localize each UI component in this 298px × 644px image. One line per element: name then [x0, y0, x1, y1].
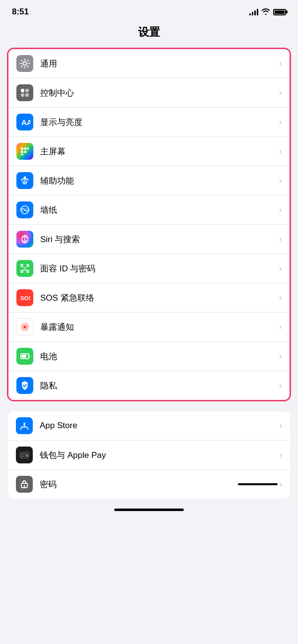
wallet-icon [16, 447, 33, 463]
page-title: 设置 [0, 21, 298, 48]
svg-rect-8 [27, 147, 29, 150]
appstore-chevron: › [280, 421, 282, 430]
svg-rect-1 [21, 89, 24, 92]
svg-point-24 [23, 325, 26, 328]
password-icon [16, 476, 33, 493]
battery-icon [16, 348, 33, 365]
accessibility-label: 辅助功能 [40, 175, 279, 187]
svg-text:AA: AA [21, 118, 30, 127]
settings-group-apps: App Store › 钱包与 Apple Pay › [8, 411, 290, 499]
appstore-label: App Store [40, 421, 280, 431]
settings-group-main: 通用 › 控制中心 › AA 显示与亮度 › [7, 48, 291, 401]
wallpaper-label: 墙纸 [40, 204, 279, 216]
svg-rect-11 [21, 154, 23, 155]
wifi-icon [261, 8, 270, 16]
display-chevron: › [279, 118, 282, 127]
svg-rect-7 [24, 147, 27, 150]
battery-label: 电池 [40, 351, 279, 362]
general-chevron: › [279, 59, 282, 68]
accessibility-chevron: › [279, 176, 282, 185]
settings-row-exposure[interactable]: 暴露通知 › [8, 313, 290, 342]
homescreen-chevron: › [279, 147, 282, 156]
general-label: 通用 [40, 58, 279, 69]
siri-label: Siri 与搜索 [40, 234, 279, 245]
display-icon: AA [16, 114, 33, 130]
settings-row-password[interactable]: 密码 › [8, 470, 290, 499]
wallet-label: 钱包与 Apple Pay [40, 450, 280, 461]
control-label: 控制中心 [40, 87, 279, 99]
wallpaper-icon [16, 201, 33, 218]
svg-text:SOS: SOS [20, 295, 30, 301]
faceid-chevron: › [279, 264, 282, 273]
svg-rect-18 [21, 270, 23, 272]
svg-rect-29 [22, 355, 26, 358]
signal-icon [249, 8, 258, 15]
status-bar: 8:51 [0, 0, 298, 21]
svg-rect-28 [29, 356, 30, 357]
accessibility-icon [16, 172, 33, 189]
settings-row-wallet[interactable]: 钱包与 Apple Pay › [8, 441, 290, 470]
svg-rect-6 [21, 147, 23, 150]
settings-row-battery[interactable]: 电池 › [8, 342, 290, 371]
password-chevron: › [280, 480, 282, 489]
password-label: 密码 [40, 479, 139, 490]
battery-chevron: › [279, 352, 282, 361]
sos-icon: SOS [16, 289, 33, 306]
control-center-icon [16, 84, 33, 101]
privacy-label: 隐私 [40, 380, 279, 391]
settings-row-sos[interactable]: SOS SOS 紧急联络 › [8, 283, 290, 313]
svg-point-0 [23, 62, 27, 65]
wallpaper-chevron: › [279, 205, 282, 214]
siri-icon [16, 231, 33, 248]
svg-point-21 [26, 267, 27, 268]
battery-status-icon [273, 9, 286, 15]
settings-row-faceid[interactable]: 面容 ID 与密码 › [8, 254, 290, 283]
faceid-icon [16, 260, 33, 277]
status-time: 8:51 [12, 7, 29, 17]
home-indicator [114, 509, 184, 511]
appstore-icon [16, 417, 33, 434]
sos-label: SOS 紧急联络 [40, 292, 279, 304]
svg-rect-10 [24, 151, 27, 153]
svg-rect-19 [27, 270, 29, 272]
svg-rect-17 [27, 264, 29, 266]
privacy-icon [16, 377, 33, 394]
faceid-label: 面容 ID 与密码 [40, 263, 279, 274]
wallet-chevron: › [280, 451, 282, 459]
sos-chevron: › [279, 293, 282, 302]
settings-row-privacy[interactable]: 隐私 › [8, 371, 290, 400]
homescreen-label: 主屏幕 [40, 146, 279, 157]
exposure-chevron: › [279, 322, 282, 331]
settings-row-homescreen[interactable]: 主屏幕 › [8, 137, 290, 166]
svg-point-34 [26, 455, 28, 456]
svg-rect-9 [21, 151, 23, 153]
svg-rect-3 [21, 93, 24, 97]
exposure-icon [16, 319, 33, 335]
settings-row-accessibility[interactable]: 辅助功能 › [8, 166, 290, 195]
svg-rect-2 [25, 89, 29, 92]
siri-chevron: › [279, 235, 282, 244]
status-icons [249, 8, 286, 16]
settings-row-display[interactable]: AA 显示与亮度 › [8, 108, 290, 137]
svg-point-20 [23, 267, 24, 268]
svg-rect-16 [21, 264, 23, 266]
display-label: 显示与亮度 [40, 117, 279, 128]
settings-row-control[interactable]: 控制中心 › [8, 78, 290, 108]
settings-row-appstore[interactable]: App Store › [8, 411, 290, 441]
homescreen-icon [16, 143, 33, 160]
exposure-label: 暴露通知 [40, 322, 279, 333]
control-chevron: › [279, 88, 282, 97]
privacy-chevron: › [279, 381, 282, 390]
settings-row-wallpaper[interactable]: 墙纸 › [8, 195, 290, 225]
svg-rect-4 [25, 93, 29, 97]
general-icon [16, 55, 33, 72]
settings-row-siri[interactable]: Siri 与搜索 › [8, 225, 290, 254]
settings-row-general[interactable]: 通用 › [8, 49, 290, 78]
